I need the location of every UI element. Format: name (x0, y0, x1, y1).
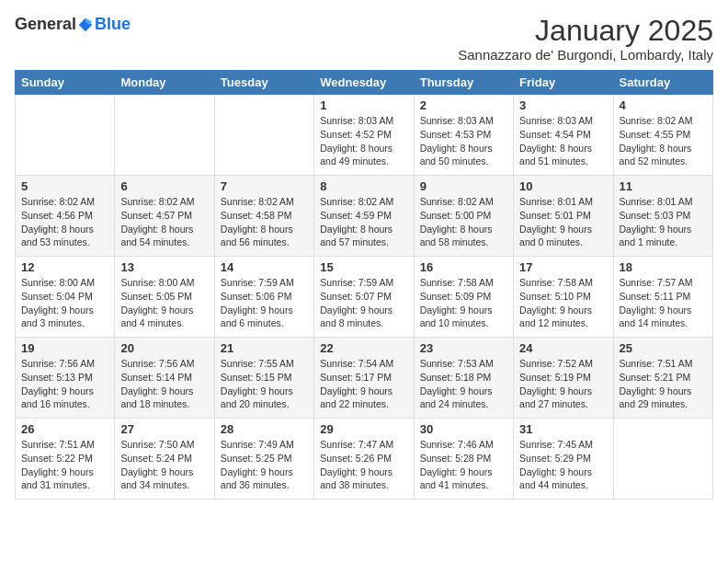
calendar-cell: 13Sunrise: 8:00 AM Sunset: 5:05 PM Dayli… (115, 257, 214, 338)
day-info: Sunrise: 7:54 AM Sunset: 5:17 PM Dayligh… (320, 357, 407, 411)
calendar-cell: 29Sunrise: 7:47 AM Sunset: 5:26 PM Dayli… (314, 419, 414, 500)
day-info: Sunrise: 8:00 AM Sunset: 5:04 PM Dayligh… (21, 276, 108, 330)
day-number: 21 (221, 341, 308, 355)
weekday-header: Wednesday (314, 71, 414, 95)
calendar-cell: 22Sunrise: 7:54 AM Sunset: 5:17 PM Dayli… (314, 338, 414, 419)
day-number: 25 (620, 341, 707, 355)
day-number: 2 (420, 98, 507, 112)
calendar-cell: 9Sunrise: 8:02 AM Sunset: 5:00 PM Daylig… (414, 176, 513, 257)
calendar-cell: 20Sunrise: 7:56 AM Sunset: 5:14 PM Dayli… (115, 338, 214, 419)
calendar-cell: 2Sunrise: 8:03 AM Sunset: 4:53 PM Daylig… (414, 95, 513, 176)
weekday-header: Tuesday (214, 71, 313, 95)
calendar-cell (16, 95, 115, 176)
calendar-week-row: 19Sunrise: 7:56 AM Sunset: 5:13 PM Dayli… (16, 338, 713, 419)
day-info: Sunrise: 8:02 AM Sunset: 4:57 PM Dayligh… (120, 195, 208, 249)
day-info: Sunrise: 8:02 AM Sunset: 5:00 PM Dayligh… (420, 195, 507, 249)
weekday-header: Friday (514, 71, 613, 95)
calendar-week-row: 12Sunrise: 8:00 AM Sunset: 5:04 PM Dayli… (16, 257, 713, 338)
calendar-cell: 17Sunrise: 7:58 AM Sunset: 5:10 PM Dayli… (514, 257, 613, 338)
day-number: 19 (21, 341, 108, 355)
day-info: Sunrise: 7:56 AM Sunset: 5:13 PM Dayligh… (21, 357, 108, 411)
day-info: Sunrise: 8:01 AM Sunset: 5:03 PM Dayligh… (620, 195, 707, 249)
day-number: 1 (320, 98, 407, 112)
day-number: 10 (519, 179, 607, 193)
day-number: 31 (519, 422, 607, 436)
day-info: Sunrise: 8:02 AM Sunset: 4:59 PM Dayligh… (320, 195, 407, 249)
day-number: 15 (320, 260, 407, 274)
day-number: 28 (221, 422, 308, 436)
day-info: Sunrise: 8:03 AM Sunset: 4:53 PM Dayligh… (420, 114, 507, 168)
weekday-header: Monday (115, 71, 214, 95)
calendar-cell: 18Sunrise: 7:57 AM Sunset: 5:11 PM Dayli… (613, 257, 712, 338)
calendar-cell: 8Sunrise: 8:02 AM Sunset: 4:59 PM Daylig… (314, 176, 414, 257)
day-info: Sunrise: 7:49 AM Sunset: 5:25 PM Dayligh… (221, 438, 308, 492)
calendar-cell: 23Sunrise: 7:53 AM Sunset: 5:18 PM Dayli… (414, 338, 513, 419)
month-title: January 2025 (458, 15, 713, 47)
day-number: 3 (519, 98, 607, 112)
calendar-cell: 28Sunrise: 7:49 AM Sunset: 5:25 PM Dayli… (214, 419, 313, 500)
day-number: 14 (221, 260, 308, 274)
calendar-cell: 12Sunrise: 8:00 AM Sunset: 5:04 PM Dayli… (16, 257, 115, 338)
calendar-cell: 30Sunrise: 7:46 AM Sunset: 5:28 PM Dayli… (414, 419, 513, 500)
day-info: Sunrise: 8:03 AM Sunset: 4:54 PM Dayligh… (519, 114, 607, 168)
calendar-cell (214, 95, 313, 176)
day-number: 5 (21, 179, 108, 193)
calendar-cell: 27Sunrise: 7:50 AM Sunset: 5:24 PM Dayli… (115, 419, 214, 500)
day-number: 8 (320, 179, 407, 193)
calendar-cell: 4Sunrise: 8:02 AM Sunset: 4:55 PM Daylig… (613, 95, 712, 176)
day-info: Sunrise: 7:58 AM Sunset: 5:10 PM Dayligh… (519, 276, 607, 330)
day-info: Sunrise: 7:53 AM Sunset: 5:18 PM Dayligh… (420, 357, 507, 411)
day-info: Sunrise: 7:56 AM Sunset: 5:14 PM Dayligh… (120, 357, 208, 411)
day-info: Sunrise: 7:51 AM Sunset: 5:21 PM Dayligh… (620, 357, 707, 411)
day-info: Sunrise: 7:57 AM Sunset: 5:11 PM Dayligh… (620, 276, 707, 330)
day-number: 11 (620, 179, 707, 193)
calendar-cell: 6Sunrise: 8:02 AM Sunset: 4:57 PM Daylig… (115, 176, 214, 257)
weekday-header: Sunday (16, 71, 115, 95)
calendar-cell: 24Sunrise: 7:52 AM Sunset: 5:19 PM Dayli… (514, 338, 613, 419)
calendar-header-row: SundayMondayTuesdayWednesdayThursdayFrid… (16, 71, 713, 95)
calendar-cell: 14Sunrise: 7:59 AM Sunset: 5:06 PM Dayli… (214, 257, 313, 338)
calendar-cell: 10Sunrise: 8:01 AM Sunset: 5:01 PM Dayli… (514, 176, 613, 257)
day-number: 24 (519, 341, 607, 355)
day-number: 23 (420, 341, 507, 355)
day-number: 12 (21, 260, 108, 274)
calendar-cell: 26Sunrise: 7:51 AM Sunset: 5:22 PM Dayli… (16, 419, 115, 500)
day-number: 20 (120, 341, 208, 355)
day-info: Sunrise: 7:52 AM Sunset: 5:19 PM Dayligh… (519, 357, 607, 411)
day-info: Sunrise: 8:00 AM Sunset: 5:05 PM Dayligh… (120, 276, 208, 330)
calendar-cell: 19Sunrise: 7:56 AM Sunset: 5:13 PM Dayli… (16, 338, 115, 419)
calendar-table: SundayMondayTuesdayWednesdayThursdayFrid… (15, 70, 713, 500)
logo-general-text: General (15, 15, 76, 34)
calendar-week-row: 1Sunrise: 8:03 AM Sunset: 4:52 PM Daylig… (16, 95, 713, 176)
logo-icon (77, 17, 94, 33)
day-number: 4 (620, 98, 707, 112)
day-info: Sunrise: 7:51 AM Sunset: 5:22 PM Dayligh… (21, 438, 108, 492)
day-info: Sunrise: 7:55 AM Sunset: 5:15 PM Dayligh… (221, 357, 308, 411)
day-info: Sunrise: 7:58 AM Sunset: 5:09 PM Dayligh… (420, 276, 507, 330)
day-number: 26 (21, 422, 108, 436)
day-info: Sunrise: 8:01 AM Sunset: 5:01 PM Dayligh… (519, 195, 607, 249)
calendar-cell: 25Sunrise: 7:51 AM Sunset: 5:21 PM Dayli… (613, 338, 712, 419)
logo-blue-text: Blue (95, 15, 131, 34)
calendar-cell: 7Sunrise: 8:02 AM Sunset: 4:58 PM Daylig… (214, 176, 313, 257)
calendar-cell: 11Sunrise: 8:01 AM Sunset: 5:03 PM Dayli… (613, 176, 712, 257)
title-block: January 2025 Sannazzaro de' Burgondi, Lo… (458, 15, 713, 63)
day-number: 29 (320, 422, 407, 436)
calendar-cell: 5Sunrise: 8:02 AM Sunset: 4:56 PM Daylig… (16, 176, 115, 257)
calendar-cell: 21Sunrise: 7:55 AM Sunset: 5:15 PM Dayli… (214, 338, 313, 419)
calendar-cell: 31Sunrise: 7:45 AM Sunset: 5:29 PM Dayli… (514, 419, 613, 500)
calendar-cell: 15Sunrise: 7:59 AM Sunset: 5:07 PM Dayli… (314, 257, 414, 338)
weekday-header: Thursday (414, 71, 513, 95)
day-info: Sunrise: 7:59 AM Sunset: 5:07 PM Dayligh… (320, 276, 407, 330)
day-info: Sunrise: 7:45 AM Sunset: 5:29 PM Dayligh… (519, 438, 607, 492)
day-number: 17 (519, 260, 607, 274)
day-info: Sunrise: 7:59 AM Sunset: 5:06 PM Dayligh… (221, 276, 308, 330)
day-info: Sunrise: 8:02 AM Sunset: 4:56 PM Dayligh… (21, 195, 108, 249)
page-header: General Blue January 2025 Sannazzaro de'… (15, 15, 713, 63)
day-number: 9 (420, 179, 507, 193)
day-number: 30 (420, 422, 507, 436)
day-info: Sunrise: 8:02 AM Sunset: 4:55 PM Dayligh… (620, 114, 707, 168)
calendar-week-row: 26Sunrise: 7:51 AM Sunset: 5:22 PM Dayli… (16, 419, 713, 500)
weekday-header: Saturday (613, 71, 712, 95)
calendar-cell: 3Sunrise: 8:03 AM Sunset: 4:54 PM Daylig… (514, 95, 613, 176)
